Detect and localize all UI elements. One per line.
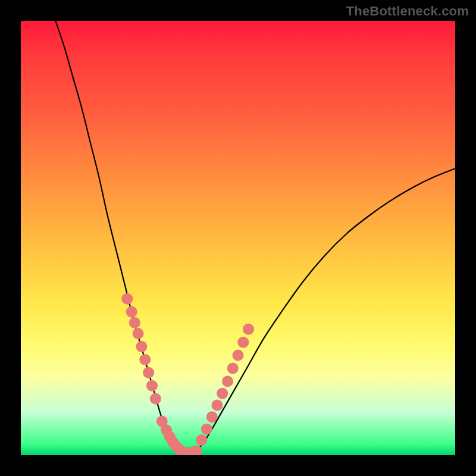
marker-dot xyxy=(126,306,137,318)
marker-dot xyxy=(211,400,223,411)
chart-frame xyxy=(21,21,455,455)
bottleneck-markers xyxy=(121,293,254,455)
marker-dot xyxy=(143,367,154,378)
marker-dot xyxy=(217,388,228,399)
marker-dot xyxy=(243,324,254,335)
marker-dot xyxy=(146,380,158,392)
marker-dot xyxy=(237,337,249,348)
marker-dot xyxy=(227,363,239,374)
marker-dot xyxy=(133,328,144,339)
bottleneck-plot xyxy=(21,21,455,455)
marker-dot xyxy=(222,375,233,387)
marker-dot xyxy=(201,424,212,435)
marker-dot xyxy=(233,350,244,361)
marker-dot xyxy=(121,293,133,305)
watermark-text: TheBottleneck.com xyxy=(346,4,469,19)
marker-dot xyxy=(129,317,140,328)
marker-dot xyxy=(150,393,161,405)
marker-dot xyxy=(139,354,151,365)
bottleneck-curve xyxy=(55,21,455,454)
marker-dot xyxy=(206,411,218,422)
marker-dot xyxy=(136,341,147,352)
marker-dot xyxy=(196,434,207,446)
